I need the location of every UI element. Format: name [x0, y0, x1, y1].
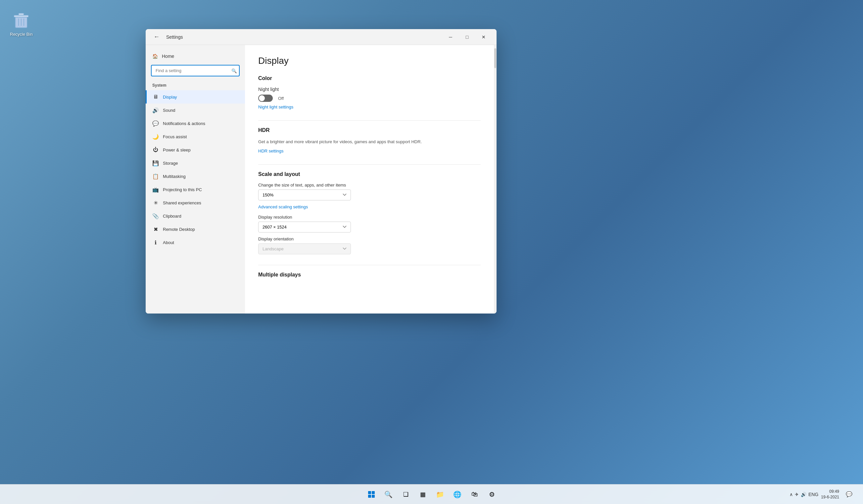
- sidebar-item-multitasking[interactable]: 📋 Multitasking: [146, 170, 245, 183]
- scroll-thumb[interactable]: [494, 48, 496, 68]
- resolution-dropdown-wrapper: 2607 × 1524 2560 × 1440 1920 × 1080: [258, 222, 481, 232]
- orientation-dropdown-wrapper: Landscape Portrait Landscape (flipped) P…: [258, 243, 481, 254]
- recycle-bin-label: Recycle Bin: [10, 32, 33, 37]
- remote-icon: ✖: [152, 226, 159, 232]
- window-title: Settings: [166, 35, 183, 40]
- main-content: Display Color Night light Off Night ligh…: [245, 45, 494, 313]
- focus-label: Focus assist: [163, 134, 187, 139]
- start-button[interactable]: [364, 487, 379, 502]
- system-label: System: [146, 82, 245, 90]
- scale-dropdown[interactable]: 100% 125% 150% 175% 200%: [258, 190, 351, 201]
- sidebar-item-shared[interactable]: ✳ Shared experiences: [146, 196, 245, 209]
- recycle-bin[interactable]: Recycle Bin: [10, 10, 33, 37]
- hdr-section: HDR Get a brighter and more vibrant pict…: [258, 127, 481, 154]
- orientation-dropdown: Landscape Portrait Landscape (flipped) P…: [258, 243, 351, 254]
- about-label: About: [163, 240, 174, 245]
- color-heading: Color: [258, 75, 481, 81]
- window-controls: ─ □ ✕: [443, 32, 491, 42]
- notifications-icon: 💬: [152, 120, 159, 127]
- task-view-button[interactable]: ❑: [399, 487, 413, 502]
- taskbar-clock[interactable]: 09:49 19-6-2021: [821, 489, 839, 500]
- svg-rect-6: [368, 491, 371, 494]
- page-title: Display: [258, 55, 481, 66]
- svg-rect-9: [372, 495, 375, 498]
- minimize-button[interactable]: ─: [443, 32, 458, 42]
- store-button[interactable]: 🛍: [467, 487, 482, 502]
- resolution-dropdown[interactable]: 2607 × 1524 2560 × 1440 1920 × 1080: [258, 222, 351, 232]
- widgets-button[interactable]: ▦: [416, 487, 430, 502]
- remote-label: Remote Desktop: [163, 227, 195, 232]
- night-light-label: Night light: [258, 87, 481, 92]
- back-button[interactable]: ←: [151, 32, 162, 42]
- title-bar: ← Settings ─ □ ✕: [146, 29, 497, 45]
- resolution-label: Display resolution: [258, 215, 481, 220]
- maximize-button[interactable]: □: [460, 32, 475, 42]
- taskbar: 🔍 ❑ ▦ 📁 🌐 🛍 ⚙ ∧ ✈ 🔊 ENG 09:49 19-6-2021 …: [0, 484, 863, 504]
- color-section: Color Night light Off Night light settin…: [258, 75, 481, 110]
- sound-label: Sound: [163, 108, 175, 113]
- divider-1: [258, 120, 481, 121]
- scale-section: Scale and layout Change the size of text…: [258, 171, 481, 254]
- advanced-scaling-link[interactable]: Advanced scaling settings: [258, 204, 481, 209]
- sidebar-home[interactable]: 🏠 Home: [146, 50, 245, 62]
- search-taskbar-button[interactable]: 🔍: [382, 487, 396, 502]
- power-label: Power & sleep: [163, 147, 191, 153]
- hdr-description: Get a brighter and more vibrant picture …: [258, 139, 481, 145]
- projecting-label: Projecting to this PC: [163, 187, 202, 192]
- volume-icon[interactable]: 🔊: [801, 492, 806, 497]
- multitasking-label: Multitasking: [163, 174, 186, 179]
- multiple-displays-section: Multiple displays: [258, 272, 481, 278]
- sidebar-item-focus[interactable]: 🌙 Focus assist: [146, 130, 245, 143]
- night-light-toggle[interactable]: [258, 94, 273, 102]
- notification-center-button[interactable]: 💬: [842, 487, 856, 502]
- svg-rect-1: [14, 15, 28, 17]
- sidebar-item-display[interactable]: 🖥 Display: [146, 90, 245, 104]
- night-light-settings-link[interactable]: Night light settings: [258, 104, 293, 109]
- sidebar-item-power[interactable]: ⏻ Power & sleep: [146, 143, 245, 156]
- settings-window: ← Settings ─ □ ✕ 🏠 Home 🔍 Sys: [146, 29, 497, 313]
- multiple-displays-heading: Multiple displays: [258, 272, 481, 278]
- sound-icon: 🔊: [152, 107, 159, 114]
- toggle-track: [258, 94, 273, 102]
- shared-label: Shared experiences: [163, 201, 201, 205]
- date-display: 19-6-2021: [821, 494, 839, 500]
- sidebar-item-clipboard[interactable]: 📎 Clipboard: [146, 209, 245, 222]
- svg-rect-2: [18, 13, 24, 15]
- display-icon: 🖥: [152, 94, 159, 100]
- sidebar-item-remote[interactable]: ✖ Remote Desktop: [146, 222, 245, 236]
- scroll-track[interactable]: [494, 45, 497, 313]
- language-indicator: ENG: [809, 492, 818, 497]
- sidebar: 🏠 Home 🔍 System 🖥 Display 🔊 Sound: [146, 45, 245, 313]
- tray-chevron[interactable]: ∧: [789, 492, 793, 497]
- multitasking-icon: 📋: [152, 173, 159, 180]
- sidebar-item-storage[interactable]: 💾 Storage: [146, 156, 245, 170]
- search-input[interactable]: [151, 65, 240, 76]
- power-icon: ⏻: [152, 146, 159, 153]
- home-label: Home: [162, 54, 174, 59]
- sidebar-item-notifications[interactable]: 💬 Notifications & actions: [146, 117, 245, 130]
- shared-icon: ✳: [152, 199, 159, 206]
- clipboard-icon: 📎: [152, 212, 159, 219]
- explorer-button[interactable]: 📁: [433, 487, 448, 502]
- recycle-bin-icon: [11, 10, 32, 31]
- hdr-settings-link[interactable]: HDR settings: [258, 148, 284, 153]
- sidebar-item-sound[interactable]: 🔊 Sound: [146, 104, 245, 117]
- desktop: Recycle Bin ← Settings ─ □ ✕ 🏠 Home: [0, 0, 863, 504]
- edge-button[interactable]: 🌐: [450, 487, 465, 502]
- clipboard-label: Clipboard: [163, 214, 182, 219]
- night-light-row: Off: [258, 94, 481, 102]
- focus-icon: 🌙: [152, 133, 159, 140]
- sidebar-item-about[interactable]: ℹ About: [146, 236, 245, 249]
- close-button[interactable]: ✕: [476, 32, 491, 42]
- sidebar-item-projecting[interactable]: 📺 Projecting to this PC: [146, 183, 245, 196]
- about-icon: ℹ: [152, 239, 159, 246]
- system-tray: ∧ ✈ 🔊 ENG: [789, 492, 818, 497]
- scale-heading: Scale and layout: [258, 171, 481, 177]
- search-button[interactable]: 🔍: [232, 68, 237, 73]
- taskbar-right: ∧ ✈ 🔊 ENG 09:49 19-6-2021 💬: [789, 487, 856, 502]
- settings-taskbar-button[interactable]: ⚙: [485, 487, 499, 502]
- storage-icon: 💾: [152, 160, 159, 166]
- taskbar-center: 🔍 ❑ ▦ 📁 🌐 🛍 ⚙: [364, 487, 499, 502]
- svg-rect-7: [372, 491, 375, 494]
- toggle-thumb: [259, 95, 265, 101]
